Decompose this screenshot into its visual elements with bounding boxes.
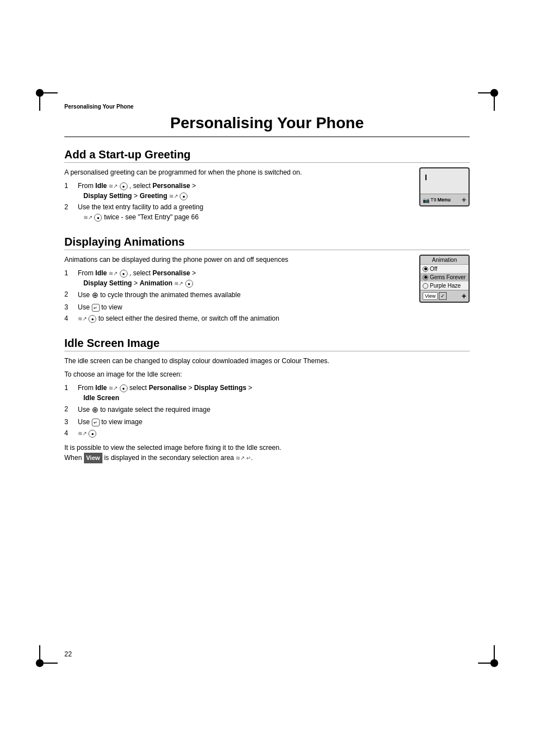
list-item: 2 Use ⊕ to navigate select the required … [64, 404, 470, 416]
section-idle-screen: Idle Screen Image The idle screen can be… [64, 337, 470, 463]
plus-icon: + [462, 195, 466, 204]
center-key-a2: ● [185, 280, 193, 288]
corner-mark-bl [34, 647, 56, 669]
list-item: 3 Use ↵ to view image [64, 417, 470, 427]
greeting-steps: 1 From Idle ≋↗ ● , select Personalise > … [64, 181, 410, 222]
plus-icon-anim: + [462, 292, 466, 300]
page-number: 22 [64, 650, 72, 658]
anim-bottom-bar: View ✓ + [420, 290, 469, 302]
idle-footer: It is possible to view the selected imag… [64, 443, 470, 463]
greeting-intro: A personalised greeting can be programme… [64, 167, 410, 177]
screen-display-greeting: I 📷 T9 Menu + [419, 167, 470, 206]
center-key-icon-2: ● [180, 192, 188, 200]
anim-item-gems: Gems Forever [420, 273, 469, 281]
corner-mark-tl [34, 87, 56, 109]
page-title: Personalising Your Phone [64, 114, 470, 137]
section-animations: Displaying Animations Animations can be … [64, 236, 470, 325]
radio-gems [423, 275, 428, 280]
radio-purple [423, 283, 428, 289]
nav-icon-3: ≋↗ [83, 213, 92, 222]
nav-icon-a1: ≋↗ [109, 269, 118, 278]
animation-screen: Animation Off Gems Forever Purple Haze [419, 255, 470, 325]
section-text-greeting: A personalised greeting can be programme… [64, 167, 410, 223]
nav-icon-a2: ≋↗ [174, 279, 183, 288]
animations-intro: Animations can be displayed during the p… [64, 255, 410, 265]
anim-item-off: Off [420, 265, 469, 273]
nav-icon-i4: ≋↗ [78, 429, 87, 438]
view-highlight: View [84, 453, 102, 463]
list-item: 2 Use the text entry facility to add a g… [64, 202, 410, 222]
radio-off [423, 266, 428, 272]
animations-steps: 1 From Idle ≋↗ ● , select Personalise > … [64, 268, 410, 323]
list-item: 1 From Idle ≋↗ ● , select Personalise > … [64, 181, 410, 201]
list-item: 1 From Idle ≋↗ ● , select Personalise > … [64, 268, 410, 288]
list-item: 1 From Idle ≋↗ ● select Personalise > Di… [64, 383, 470, 403]
page-container: Personalising Your Phone Personalising Y… [0, 0, 534, 756]
header-label: Personalising Your Phone [64, 104, 470, 110]
anim-title-bar: Animation [420, 256, 469, 265]
nav-icon-2: ≋↗ [169, 192, 178, 200]
center-key-icon: ● [120, 182, 128, 190]
content-area: Personalising Your Phone Personalising Y… [64, 104, 470, 644]
nav-icon-footer: ≋↗ ↵ [236, 454, 251, 462]
corner-mark-tr [478, 87, 500, 109]
center-key-a4: ● [88, 315, 96, 323]
section-title-animations: Displaying Animations [64, 236, 470, 250]
anim-screen-display: Animation Off Gems Forever Purple Haze [419, 255, 470, 303]
corner-mark-br [478, 647, 500, 669]
section-text-animations: Animations can be displayed during the p… [64, 255, 410, 325]
nav-icon-i1: ≋↗ [109, 384, 118, 392]
t9-label: T9 [430, 197, 437, 203]
idle-steps: 1 From Idle ≋↗ ● select Personalise > Di… [64, 383, 470, 438]
section-title-greeting: Add a Start-up Greeting [64, 148, 470, 163]
section-startup-greeting: Add a Start-up Greeting A personalised g… [64, 148, 470, 223]
idle-intro-2: To choose an image for the Idle screen: [64, 369, 470, 379]
center-key-a1: ● [120, 270, 128, 278]
view-btn: View [423, 292, 438, 300]
nav-icon-a4: ≋↗ [78, 314, 87, 323]
screen-bottom-bar: 📷 T9 Menu + [420, 194, 469, 205]
camera-icon: 📷 [423, 197, 429, 203]
menu-btn: Menu [438, 197, 451, 203]
nav-icon: ≋↗ [109, 182, 118, 190]
list-item: 4 ≋↗ ● to select either the desired them… [64, 313, 410, 323]
cursor-char: I [425, 173, 466, 182]
center-key-icon-3: ● [94, 214, 102, 222]
greeting-screen: I 📷 T9 Menu + [419, 167, 470, 223]
center-key-a3: ↵ [92, 304, 100, 312]
center-key-i4: ● [88, 430, 96, 438]
anim-item-purple: Purple Haze [420, 281, 469, 290]
list-item: 2 Use ⊕ to cycle through the animated th… [64, 289, 410, 301]
center-key-i1: ● [120, 384, 128, 392]
center-key-i3: ↵ [92, 419, 100, 426]
idle-intro-1: The idle screen can be changed to displa… [64, 356, 470, 366]
check-icon: ✓ [439, 292, 447, 300]
list-item: 4 ≋↗ ● [64, 428, 470, 438]
list-item: 3 Use ↵ to view [64, 302, 410, 312]
section-title-idle: Idle Screen Image [64, 337, 470, 351]
